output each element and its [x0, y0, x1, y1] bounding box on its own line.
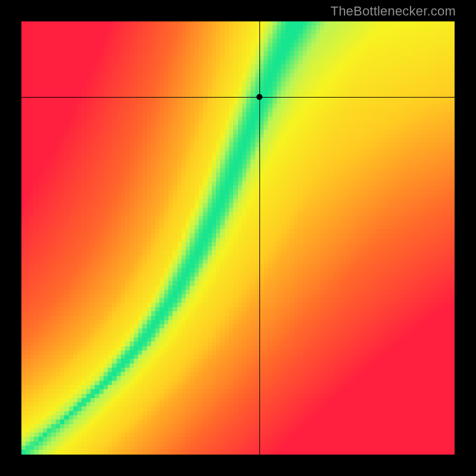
chart-stage: TheBottlenecker.com: [0, 0, 476, 476]
crosshair-horizontal: [21, 97, 455, 98]
crosshair-vertical: [259, 21, 260, 455]
heatmap-canvas: [21, 21, 455, 455]
heatmap-plot: [21, 21, 455, 455]
watermark-text: TheBottlenecker.com: [331, 4, 456, 19]
